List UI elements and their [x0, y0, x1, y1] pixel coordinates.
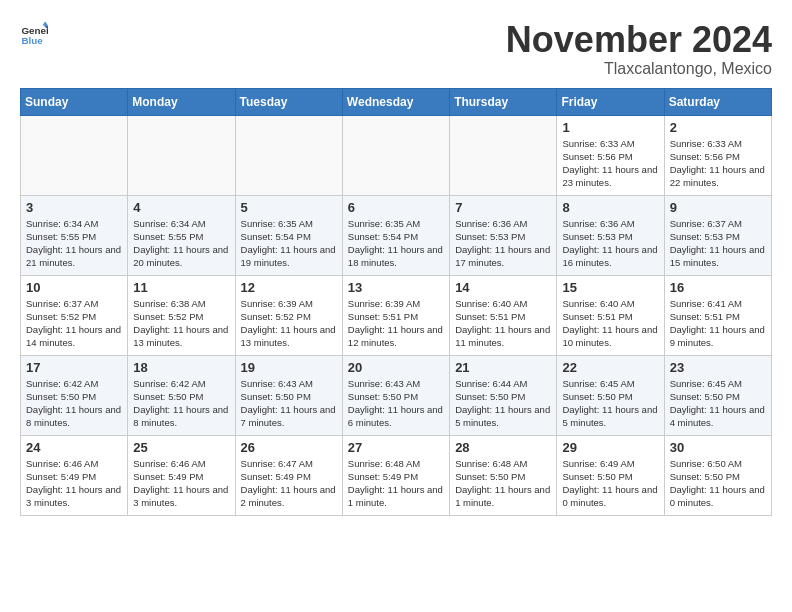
day-header-thursday: Thursday: [450, 88, 557, 115]
day-info: Sunrise: 6:45 AM Sunset: 5:50 PM Dayligh…: [562, 377, 658, 430]
day-number: 13: [348, 280, 444, 295]
calendar-cell: 3Sunrise: 6:34 AM Sunset: 5:55 PM Daylig…: [21, 195, 128, 275]
calendar-cell: 21Sunrise: 6:44 AM Sunset: 5:50 PM Dayli…: [450, 355, 557, 435]
calendar-cell: 9Sunrise: 6:37 AM Sunset: 5:53 PM Daylig…: [664, 195, 771, 275]
page-header: General Blue November 2024 Tlaxcalantong…: [20, 20, 772, 78]
day-info: Sunrise: 6:37 AM Sunset: 5:52 PM Dayligh…: [26, 297, 122, 350]
calendar-cell: 5Sunrise: 6:35 AM Sunset: 5:54 PM Daylig…: [235, 195, 342, 275]
calendar-cell: 17Sunrise: 6:42 AM Sunset: 5:50 PM Dayli…: [21, 355, 128, 435]
month-title: November 2024: [506, 20, 772, 60]
day-info: Sunrise: 6:46 AM Sunset: 5:49 PM Dayligh…: [133, 457, 229, 510]
calendar-cell: 11Sunrise: 6:38 AM Sunset: 5:52 PM Dayli…: [128, 275, 235, 355]
calendar-cell: 25Sunrise: 6:46 AM Sunset: 5:49 PM Dayli…: [128, 435, 235, 515]
day-number: 29: [562, 440, 658, 455]
day-info: Sunrise: 6:42 AM Sunset: 5:50 PM Dayligh…: [26, 377, 122, 430]
svg-marker-2: [42, 21, 48, 25]
day-header-sunday: Sunday: [21, 88, 128, 115]
day-header-saturday: Saturday: [664, 88, 771, 115]
location-title: Tlaxcalantongo, Mexico: [506, 60, 772, 78]
day-number: 25: [133, 440, 229, 455]
day-info: Sunrise: 6:48 AM Sunset: 5:49 PM Dayligh…: [348, 457, 444, 510]
day-header-tuesday: Tuesday: [235, 88, 342, 115]
day-info: Sunrise: 6:39 AM Sunset: 5:52 PM Dayligh…: [241, 297, 337, 350]
day-number: 10: [26, 280, 122, 295]
calendar-cell: 10Sunrise: 6:37 AM Sunset: 5:52 PM Dayli…: [21, 275, 128, 355]
calendar-cell: [342, 115, 449, 195]
day-info: Sunrise: 6:36 AM Sunset: 5:53 PM Dayligh…: [455, 217, 551, 270]
logo: General Blue: [20, 20, 48, 48]
day-number: 11: [133, 280, 229, 295]
calendar-cell: 4Sunrise: 6:34 AM Sunset: 5:55 PM Daylig…: [128, 195, 235, 275]
calendar-cell: 24Sunrise: 6:46 AM Sunset: 5:49 PM Dayli…: [21, 435, 128, 515]
calendar-cell: 22Sunrise: 6:45 AM Sunset: 5:50 PM Dayli…: [557, 355, 664, 435]
day-info: Sunrise: 6:34 AM Sunset: 5:55 PM Dayligh…: [26, 217, 122, 270]
calendar-cell: 20Sunrise: 6:43 AM Sunset: 5:50 PM Dayli…: [342, 355, 449, 435]
day-header-wednesday: Wednesday: [342, 88, 449, 115]
day-number: 7: [455, 200, 551, 215]
calendar-cell: [21, 115, 128, 195]
day-info: Sunrise: 6:35 AM Sunset: 5:54 PM Dayligh…: [348, 217, 444, 270]
calendar-table: SundayMondayTuesdayWednesdayThursdayFrid…: [20, 88, 772, 516]
day-info: Sunrise: 6:48 AM Sunset: 5:50 PM Dayligh…: [455, 457, 551, 510]
day-info: Sunrise: 6:44 AM Sunset: 5:50 PM Dayligh…: [455, 377, 551, 430]
calendar-cell: [235, 115, 342, 195]
day-info: Sunrise: 6:45 AM Sunset: 5:50 PM Dayligh…: [670, 377, 766, 430]
day-number: 28: [455, 440, 551, 455]
day-number: 14: [455, 280, 551, 295]
calendar-cell: [128, 115, 235, 195]
svg-text:Blue: Blue: [21, 35, 43, 46]
day-info: Sunrise: 6:36 AM Sunset: 5:53 PM Dayligh…: [562, 217, 658, 270]
week-row-2: 3Sunrise: 6:34 AM Sunset: 5:55 PM Daylig…: [21, 195, 772, 275]
day-number: 20: [348, 360, 444, 375]
calendar-cell: 12Sunrise: 6:39 AM Sunset: 5:52 PM Dayli…: [235, 275, 342, 355]
day-info: Sunrise: 6:40 AM Sunset: 5:51 PM Dayligh…: [455, 297, 551, 350]
week-row-5: 24Sunrise: 6:46 AM Sunset: 5:49 PM Dayli…: [21, 435, 772, 515]
calendar-cell: 13Sunrise: 6:39 AM Sunset: 5:51 PM Dayli…: [342, 275, 449, 355]
day-info: Sunrise: 6:42 AM Sunset: 5:50 PM Dayligh…: [133, 377, 229, 430]
week-row-4: 17Sunrise: 6:42 AM Sunset: 5:50 PM Dayli…: [21, 355, 772, 435]
day-info: Sunrise: 6:40 AM Sunset: 5:51 PM Dayligh…: [562, 297, 658, 350]
day-number: 27: [348, 440, 444, 455]
calendar-cell: 26Sunrise: 6:47 AM Sunset: 5:49 PM Dayli…: [235, 435, 342, 515]
day-info: Sunrise: 6:33 AM Sunset: 5:56 PM Dayligh…: [670, 137, 766, 190]
day-number: 4: [133, 200, 229, 215]
day-info: Sunrise: 6:49 AM Sunset: 5:50 PM Dayligh…: [562, 457, 658, 510]
day-info: Sunrise: 6:50 AM Sunset: 5:50 PM Dayligh…: [670, 457, 766, 510]
calendar-cell: 18Sunrise: 6:42 AM Sunset: 5:50 PM Dayli…: [128, 355, 235, 435]
week-row-3: 10Sunrise: 6:37 AM Sunset: 5:52 PM Dayli…: [21, 275, 772, 355]
logo-icon: General Blue: [20, 20, 48, 48]
day-number: 19: [241, 360, 337, 375]
calendar-cell: 6Sunrise: 6:35 AM Sunset: 5:54 PM Daylig…: [342, 195, 449, 275]
calendar-cell: 15Sunrise: 6:40 AM Sunset: 5:51 PM Dayli…: [557, 275, 664, 355]
day-number: 5: [241, 200, 337, 215]
day-number: 6: [348, 200, 444, 215]
day-number: 23: [670, 360, 766, 375]
day-number: 17: [26, 360, 122, 375]
calendar-cell: 30Sunrise: 6:50 AM Sunset: 5:50 PM Dayli…: [664, 435, 771, 515]
day-number: 21: [455, 360, 551, 375]
calendar-cell: 28Sunrise: 6:48 AM Sunset: 5:50 PM Dayli…: [450, 435, 557, 515]
header-row: SundayMondayTuesdayWednesdayThursdayFrid…: [21, 88, 772, 115]
calendar-cell: 23Sunrise: 6:45 AM Sunset: 5:50 PM Dayli…: [664, 355, 771, 435]
day-number: 18: [133, 360, 229, 375]
calendar-cell: 1Sunrise: 6:33 AM Sunset: 5:56 PM Daylig…: [557, 115, 664, 195]
calendar-cell: 19Sunrise: 6:43 AM Sunset: 5:50 PM Dayli…: [235, 355, 342, 435]
calendar-cell: 2Sunrise: 6:33 AM Sunset: 5:56 PM Daylig…: [664, 115, 771, 195]
day-number: 15: [562, 280, 658, 295]
day-header-friday: Friday: [557, 88, 664, 115]
day-info: Sunrise: 6:35 AM Sunset: 5:54 PM Dayligh…: [241, 217, 337, 270]
calendar-cell: 16Sunrise: 6:41 AM Sunset: 5:51 PM Dayli…: [664, 275, 771, 355]
day-number: 12: [241, 280, 337, 295]
day-number: 16: [670, 280, 766, 295]
day-number: 2: [670, 120, 766, 135]
day-info: Sunrise: 6:38 AM Sunset: 5:52 PM Dayligh…: [133, 297, 229, 350]
day-number: 22: [562, 360, 658, 375]
day-number: 3: [26, 200, 122, 215]
day-info: Sunrise: 6:37 AM Sunset: 5:53 PM Dayligh…: [670, 217, 766, 270]
day-info: Sunrise: 6:41 AM Sunset: 5:51 PM Dayligh…: [670, 297, 766, 350]
title-block: November 2024 Tlaxcalantongo, Mexico: [506, 20, 772, 78]
calendar-cell: [450, 115, 557, 195]
day-info: Sunrise: 6:47 AM Sunset: 5:49 PM Dayligh…: [241, 457, 337, 510]
day-info: Sunrise: 6:33 AM Sunset: 5:56 PM Dayligh…: [562, 137, 658, 190]
calendar-cell: 14Sunrise: 6:40 AM Sunset: 5:51 PM Dayli…: [450, 275, 557, 355]
